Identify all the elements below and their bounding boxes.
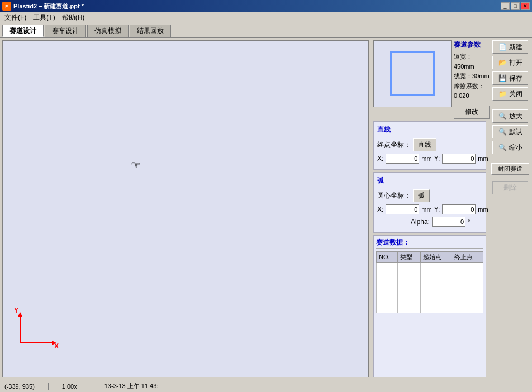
straight-coords-row: X: 0 mm Y: 0 mm — [377, 154, 482, 164]
friction-label: 摩擦系数： — [454, 83, 484, 89]
close-file-icon: 📁 — [498, 90, 507, 98]
menu-file[interactable]: 文件(F) — [1, 12, 30, 23]
border-label: 线宽： — [454, 73, 472, 79]
close-file-button[interactable]: 📁 关闭 — [492, 87, 528, 101]
table-row — [377, 273, 483, 283]
friction-value: 0.020 — [454, 92, 469, 99]
zoom-in-icon: 🔍 — [498, 112, 507, 120]
tab-replay[interactable]: 结果回放 — [130, 25, 171, 37]
coordinates: (-339, 935) — [4, 383, 35, 390]
open-icon: 📂 — [498, 59, 507, 66]
arc-x-label: X: — [377, 205, 383, 213]
straight-endpoint-row: 终点坐标： 直线 — [377, 138, 482, 151]
arc-y-input[interactable]: 0 — [442, 204, 476, 214]
arc-y-unit: mm — [478, 206, 488, 213]
menu-help[interactable]: 帮助(H) — [59, 12, 88, 23]
table-row — [377, 293, 483, 303]
arc-alpha-row: Alpha: 0 ° — [377, 217, 482, 227]
arc-x-unit: mm — [421, 206, 431, 213]
default-zoom-icon: 🔍 — [498, 128, 507, 136]
arc-alpha-label: Alpha: — [411, 218, 430, 226]
data-table: NO. 类型 起始点 终止点 — [376, 251, 483, 313]
data-table-header: 赛道数据： — [376, 238, 483, 249]
new-button[interactable]: 📄 新建 — [492, 40, 528, 54]
new-icon: 📄 — [498, 43, 507, 51]
straight-x-label: X: — [377, 155, 383, 162]
arc-button[interactable]: 弧 — [413, 189, 430, 202]
straight-endpoint-label: 终点坐标： — [377, 140, 411, 150]
straight-y-unit: mm — [478, 155, 488, 162]
params-section: 赛道参数 道宽：450mm 线宽：30mm 摩擦系数：0.020 修改 — [454, 40, 490, 119]
straight-y-input[interactable]: 0 — [442, 154, 476, 164]
straight-button[interactable]: 直线 — [413, 138, 436, 151]
y-axis-label: Y — [14, 307, 18, 314]
status-divider-2 — [91, 383, 91, 390]
y-axis — [20, 315, 21, 343]
arc-center-label: 圆心坐标： — [377, 191, 411, 200]
delete-button[interactable]: 删除 — [492, 181, 528, 194]
preview-track — [390, 51, 435, 96]
tab-simulation[interactable]: 仿真模拟 — [87, 25, 129, 37]
preview-box — [373, 40, 452, 107]
params-text: 道宽：450mm 线宽：30mm 摩擦系数：0.020 — [454, 52, 490, 101]
arc-x-input[interactable]: 0 — [386, 204, 419, 214]
canvas-area[interactable]: ☞ Y X — [2, 40, 369, 377]
status-bar: (-339, 935) 1.00x 13-3-13 上午 11:43: — [0, 380, 532, 392]
arc-section: 弧 圆心坐标： 弧 X: 0 mm Y: 0 mm Alpha: 0 ° — [373, 172, 486, 233]
status-divider-1 — [48, 383, 49, 390]
arc-y-label: Y: — [434, 205, 440, 213]
title-bar-text: Plastid2 – 新建赛道.ppf * — [13, 2, 84, 11]
col-end: 终止点 — [452, 251, 483, 262]
datetime: 13-3-13 上午 11:43: — [104, 382, 159, 390]
close-button[interactable]: ✕ — [521, 2, 530, 10]
params-title: 赛道参数 — [454, 40, 490, 50]
straight-y-label: Y: — [434, 155, 440, 162]
x-axis — [20, 342, 53, 343]
modify-button[interactable]: 修改 — [454, 106, 490, 119]
app-icon: P — [2, 2, 11, 11]
zoom-out-icon: 🔍 — [498, 144, 507, 151]
title-bar-left: P Plastid2 – 新建赛道.ppf * — [2, 2, 84, 11]
x-axis-label: X — [54, 342, 59, 350]
save-button[interactable]: 💾 保存 — [492, 71, 528, 85]
tab-track-design[interactable]: 赛道设计 — [2, 25, 44, 37]
open-button[interactable]: 📂 打开 — [492, 56, 528, 69]
right-area: 赛道参数 道宽：450mm 线宽：30mm 摩擦系数：0.020 修改 直线 终… — [371, 38, 532, 380]
minimize-button[interactable]: _ — [501, 2, 510, 10]
straight-x-input[interactable]: 0 — [386, 154, 419, 164]
straight-x-unit: mm — [421, 155, 431, 162]
arc-alpha-input[interactable]: 0 — [432, 217, 466, 227]
arc-coords-row: X: 0 mm Y: 0 mm — [377, 204, 482, 214]
straight-section: 直线 终点坐标： 直线 X: 0 mm Y: 0 mm — [373, 121, 486, 170]
width-value: 450mm — [454, 63, 474, 70]
table-row — [377, 283, 483, 293]
canvas-inner: ☞ Y X — [3, 41, 368, 377]
width-label: 道宽： — [454, 53, 472, 60]
save-icon: 💾 — [498, 74, 507, 82]
arc-header: 弧 — [377, 176, 482, 187]
col-type: 类型 — [398, 251, 421, 262]
table-row — [377, 262, 483, 273]
border-value: 30mm — [472, 73, 490, 79]
close-track-button[interactable]: 封闭赛道 — [491, 163, 529, 175]
arc-alpha-unit: ° — [468, 218, 470, 225]
main-content: ☞ Y X 赛道参数 道宽：450mm — [0, 38, 532, 380]
title-bar-buttons: _ □ ✕ — [501, 2, 530, 10]
title-bar: P Plastid2 – 新建赛道.ppf * _ □ ✕ — [0, 0, 532, 12]
preview-params: 赛道参数 道宽：450mm 线宽：30mm 摩擦系数：0.020 修改 — [373, 40, 486, 119]
tab-car-design[interactable]: 赛车设计 — [45, 25, 86, 37]
default-zoom-button[interactable]: 🔍 默认 — [492, 125, 528, 138]
side-buttons: 📄 新建 📂 打开 💾 保存 📁 关闭 🔍 放大 🔍 默认 — [488, 38, 532, 380]
arc-center-row: 圆心坐标： 弧 — [377, 189, 482, 202]
menu-tools[interactable]: 工具(T) — [30, 12, 58, 23]
right-controls: 赛道参数 道宽：450mm 线宽：30mm 摩擦系数：0.020 修改 直线 终… — [371, 38, 488, 380]
zoom-in-button[interactable]: 🔍 放大 — [492, 109, 528, 123]
table-row — [377, 303, 483, 313]
cursor-indicator: ☞ — [131, 159, 141, 172]
zoom-level: 1.00x — [62, 383, 77, 390]
straight-header: 直线 — [377, 125, 482, 136]
zoom-out-button[interactable]: 🔍 缩小 — [492, 141, 528, 154]
maximize-button[interactable]: □ — [511, 2, 520, 10]
data-table-section: 赛道数据： NO. 类型 起始点 终止点 — [373, 235, 486, 377]
col-start: 起始点 — [421, 251, 452, 262]
